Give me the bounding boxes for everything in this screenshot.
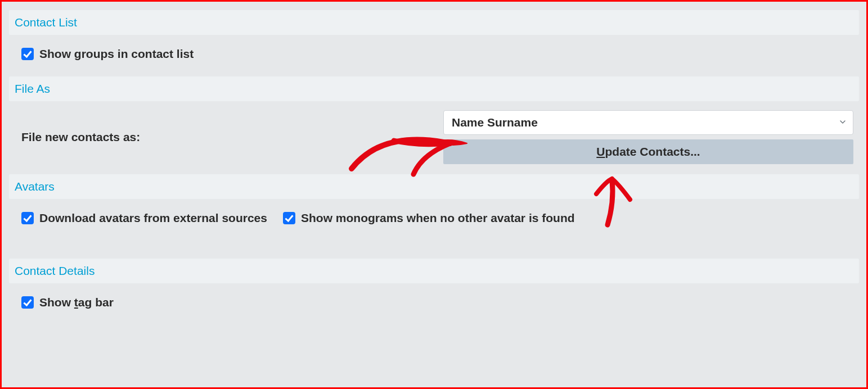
label-show-monograms[interactable]: Show monograms when no other avatar is f…: [301, 211, 575, 225]
section-header-file-as: File As: [9, 76, 859, 101]
update-button-rest: pdate Contacts...: [605, 145, 700, 158]
checkbox-show-groups[interactable]: [21, 48, 34, 60]
checkbox-show-monograms[interactable]: [283, 212, 295, 224]
section-header-contact-list: Contact List: [9, 10, 859, 35]
section-body-contact-details: Show tag bar: [9, 283, 859, 325]
section-title-contact-list: Contact List: [15, 16, 77, 29]
section-header-contact-details: Contact Details: [9, 259, 859, 283]
section-title-contact-details: Contact Details: [15, 264, 95, 277]
select-file-as-format[interactable]: Name Surname: [443, 110, 853, 135]
section-title-avatars: Avatars: [15, 180, 55, 193]
select-file-as-value: Name Surname: [452, 116, 538, 129]
section-body-file-as: File new contacts as: Name Surname Updat…: [9, 101, 859, 170]
checkbox-download-avatars[interactable]: [21, 212, 34, 224]
label-file-new-contacts-as: File new contacts as:: [21, 130, 438, 144]
section-header-avatars: Avatars: [9, 174, 859, 199]
label-show-groups[interactable]: Show groups in contact list: [39, 47, 194, 61]
section-body-avatars: Download avatars from external sources S…: [9, 199, 859, 259]
checkbox-show-tag-bar[interactable]: [21, 296, 34, 309]
chevron-down-icon: [839, 117, 846, 128]
section-body-contact-list: Show groups in contact list: [9, 35, 859, 76]
label-show-tag-bar[interactable]: Show tag bar: [39, 296, 114, 309]
update-button-accesskey: U: [596, 145, 605, 158]
label-download-avatars[interactable]: Download avatars from external sources: [39, 211, 267, 225]
section-title-file-as: File As: [15, 82, 50, 95]
update-contacts-button[interactable]: Update Contacts...: [443, 139, 853, 164]
